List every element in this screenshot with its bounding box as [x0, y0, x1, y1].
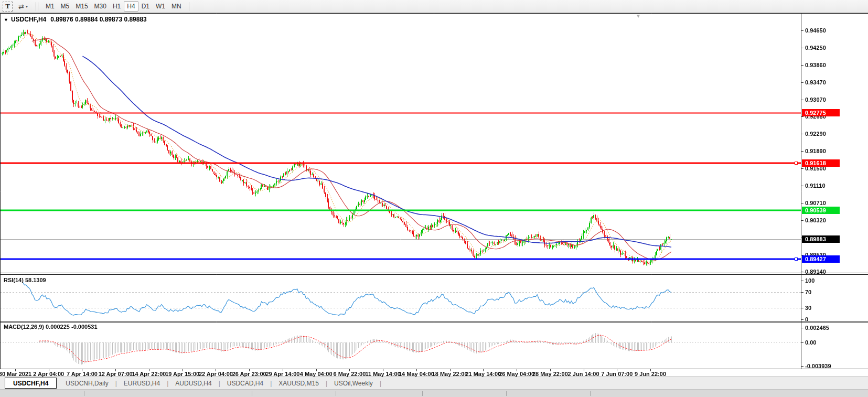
timeframe-button-group: M1M5M15M30H1H4D1W1MN: [42, 1, 185, 12]
time-tick-label: 9 Jun 22:00: [635, 371, 666, 377]
timeframe-button-d1[interactable]: D1: [138, 1, 153, 12]
chart-tab-usdcnh[interactable]: USDCNH,Daily: [59, 378, 115, 389]
price-tick-label: 0.94650: [805, 27, 826, 34]
diagonal-arrows-button[interactable]: ⇄ ▾: [16, 2, 30, 12]
timeframe-button-m5[interactable]: M5: [58, 1, 73, 12]
time-tick-label: 28 May 22:00: [532, 371, 568, 377]
collapse-arrow-icon[interactable]: ▼: [4, 17, 8, 23]
price-tick-label: 0.93860: [805, 62, 826, 68]
price-tick-label: 0.93070: [805, 96, 826, 103]
time-tick-label: 21 May 14:00: [465, 371, 501, 377]
diagonal-arrows-icon: ⇄: [18, 3, 24, 10]
time-tick-label: 26 May 04:00: [499, 371, 534, 377]
bottom-scrollbar[interactable]: [0, 389, 868, 397]
price-tick-label: 0.93470: [805, 79, 826, 85]
timeframe-button-m15[interactable]: M15: [72, 1, 91, 12]
time-tick-label: 14 Apr 22:00: [132, 371, 166, 377]
chart-tab-usdcad[interactable]: USDCAD,H4: [220, 378, 270, 389]
rsi-indicator-label: RSI(14) 58.1309: [4, 277, 46, 283]
scrollbar-notch: [506, 391, 507, 396]
scrollbar-notch: [590, 391, 591, 396]
scrollbar-notch: [336, 391, 336, 396]
time-tick-label: 29 Apr 14:00: [265, 371, 299, 377]
timeframe-button-h4[interactable]: H4: [124, 1, 138, 12]
time-tick-label: 11 May 14:00: [365, 371, 400, 377]
time-tick-label: 6 May 22:00: [334, 371, 366, 377]
scrollbar-notch: [84, 391, 84, 396]
current-price-tag: 0.89883: [802, 235, 840, 243]
time-tick-label: 26 Apr 23:00: [232, 371, 266, 377]
macd-tick-label: -0.003939: [805, 363, 831, 369]
dropdown-caret-icon: ▾: [26, 4, 28, 9]
time-tick-label: 2 Jun 14:00: [568, 371, 599, 377]
price-level-tag: 0.91618: [802, 159, 840, 167]
chart-tab-bar: USDCHF,H4USDCNH,Daily|EURUSD,H4|AUDUSD,H…: [0, 377, 868, 389]
time-tick-label: 7 Jun 07:00: [601, 371, 633, 377]
macd-tick-label: 0.00: [805, 339, 816, 346]
mt4-window: T ⇄ ▾ M1M5M15M30H1H4D1W1MN ▼USDCHF,H40.8…: [0, 0, 868, 397]
scrollbar-notch: [252, 391, 252, 396]
toolbar-grip: [36, 2, 38, 11]
price-tick-label: 0.89140: [805, 269, 826, 275]
time-tick-label: 7 Apr 14:00: [67, 371, 98, 377]
timeframe-button-w1[interactable]: W1: [153, 1, 168, 12]
macd-indicator-label: MACD(12,26,9) 0.000225 -0.000531: [4, 324, 98, 330]
tab-divider: |: [380, 380, 381, 387]
time-tick-label: 22 Apr 04:00: [199, 371, 233, 377]
scrollbar-notch: [422, 391, 423, 396]
time-tick-label: 14 May 04:00: [399, 371, 434, 377]
price-tick-label: 0.91110: [805, 183, 826, 189]
timeframe-button-h1[interactable]: H1: [110, 1, 124, 12]
symbol-period-label: USDCHF,H4: [11, 16, 46, 23]
time-tick-label: 30 Mar 2021: [0, 371, 31, 377]
time-tick-label: 18 May 22:00: [432, 371, 468, 377]
time-tick-label: 4 May 04:00: [300, 371, 333, 377]
chart-canvas[interactable]: [0, 13, 868, 377]
ohlc-values: 0.89876 0.89884 0.89873 0.89883: [50, 16, 147, 23]
time-tick-label: 2 Apr 04:00: [33, 371, 64, 377]
chart-tab-usdchf[interactable]: USDCHF,H4: [5, 378, 57, 389]
macd-tick-label: 0.002465: [805, 325, 829, 331]
chart-title: ▼USDCHF,H40.89876 0.89884 0.89873 0.8988…: [4, 16, 147, 23]
text-tool-button[interactable]: T: [3, 2, 13, 12]
price-tick-label: 0.92290: [805, 131, 826, 137]
chart-area[interactable]: ▼USDCHF,H40.89876 0.89884 0.89873 0.8988…: [0, 13, 868, 377]
chart-tab-audusd[interactable]: AUDUSD,H4: [168, 378, 218, 389]
chart-tab-xauusd[interactable]: XAUUSD,M15: [272, 378, 326, 389]
rsi-tick-label: 100: [805, 277, 815, 284]
chart-tab-eurusd[interactable]: EURUSD,H4: [117, 378, 167, 389]
price-tick-label: 0.90710: [805, 200, 826, 206]
time-tick-label: 12 Apr 07:00: [99, 371, 133, 377]
time-tick-label: 19 Apr 15:00: [165, 371, 199, 377]
chart-shift-icon[interactable]: ▼: [636, 13, 641, 19]
price-tick-label: 0.91890: [805, 148, 826, 154]
timeframe-button-mn[interactable]: MN: [168, 1, 185, 12]
rsi-tick-label: 30: [805, 305, 811, 311]
price-level-tag: 0.92775: [802, 109, 840, 116]
price-tick-label: 0.90320: [805, 217, 826, 223]
rsi-tick-label: 70: [805, 289, 811, 295]
toolbar: T ⇄ ▾ M1M5M15M30H1H4D1W1MN: [0, 0, 868, 13]
chart-tab-usoil[interactable]: USOil,Weekly: [327, 378, 380, 389]
toolbar-separator: [189, 2, 190, 11]
price-level-tag: 0.90539: [802, 207, 840, 214]
timeframe-button-m30[interactable]: M30: [91, 1, 110, 12]
price-tick-label: 0.94250: [805, 45, 826, 51]
rsi-tick-label: 0: [805, 316, 808, 323]
price-level-tag: 0.89427: [802, 255, 840, 263]
timeframe-button-m1[interactable]: M1: [42, 1, 58, 12]
